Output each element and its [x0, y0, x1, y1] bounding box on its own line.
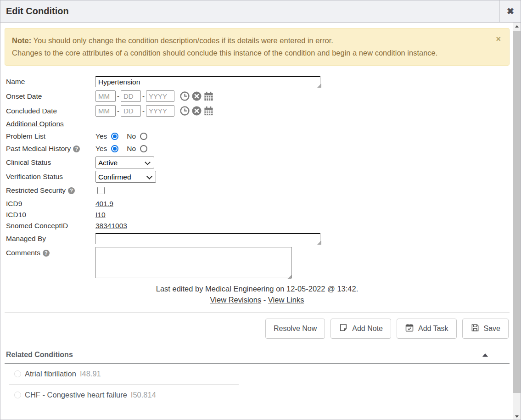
icd10-label: ICD10	[6, 211, 95, 219]
managed-by-label: Managed By	[6, 235, 95, 243]
pmh-yes-label: Yes	[95, 145, 107, 153]
condition-radio-icon[interactable]	[14, 392, 21, 398]
pmh-no-label: No	[127, 145, 136, 153]
scrollbar-thumb[interactable]	[513, 31, 521, 393]
arrow-down-icon	[515, 415, 519, 418]
related-conditions-title: Related Conditions	[6, 351, 73, 359]
related-condition-item[interactable]: Atrial fibrillation I48.91	[5, 364, 510, 384]
icd10-row: ICD10 I10	[6, 211, 510, 219]
past-medical-history-label: Past Medical History	[6, 145, 71, 153]
condition-radio-icon[interactable]	[14, 370, 21, 377]
concluded-date-row: Concluded Date - -	[6, 105, 510, 117]
page-title: Edit Condition	[0, 6, 499, 17]
onset-year-input[interactable]	[146, 90, 174, 102]
related-conditions-header[interactable]: Related Conditions	[5, 351, 510, 359]
help-icon[interactable]: ?	[68, 187, 75, 194]
close-button[interactable]: ✖	[499, 0, 521, 22]
resize-grip-icon[interactable]	[317, 241, 321, 245]
snomed-code-link[interactable]: 38341003	[95, 222, 127, 230]
close-icon: ✖	[507, 6, 514, 17]
help-icon[interactable]: ?	[73, 146, 80, 152]
calendar-icon[interactable]	[203, 106, 214, 116]
additional-options-row: Additional Options	[6, 120, 510, 128]
pmh-no-radio[interactable]	[140, 145, 147, 152]
arrow-up-icon	[515, 25, 519, 28]
name-input[interactable]	[95, 76, 320, 87]
scroll-down-button[interactable]	[513, 413, 521, 420]
problem-list-row: Problem List Yes No	[6, 132, 510, 140]
task-calendar-icon	[405, 323, 414, 334]
verification-status-select[interactable]: Confirmed	[95, 171, 156, 183]
restricted-security-row: Restricted Security ?	[6, 186, 510, 195]
related-conditions-section: Related Conditions Atrial fibrillation I…	[5, 351, 510, 405]
action-buttons-row: Resolve Now Add Note Add Task Save	[5, 319, 510, 339]
concluded-day-input[interactable]	[121, 105, 141, 117]
comments-row: Comments ?	[6, 247, 510, 280]
snomed-label: Snomed ConceptID	[6, 222, 95, 230]
clear-date-icon[interactable]	[191, 91, 202, 101]
date-separator: -	[117, 92, 119, 100]
date-separator: -	[142, 92, 145, 100]
problem-list-yes-label: Yes	[95, 132, 107, 140]
view-revisions-link[interactable]: View Revisions	[210, 296, 262, 304]
date-separator: -	[142, 107, 145, 115]
save-icon	[471, 323, 480, 334]
scroll-up-button[interactable]	[513, 22, 521, 30]
concluded-month-input[interactable]	[95, 105, 116, 117]
pmh-yes-radio[interactable]	[111, 145, 118, 152]
snomed-row: Snomed ConceptID 38341003	[6, 222, 510, 230]
note-prefix: Note:	[12, 36, 31, 45]
onset-day-input[interactable]	[121, 90, 141, 102]
edit-condition-form: Name Onset Date - -	[5, 76, 510, 280]
related-condition-item[interactable]: CHF - Congestive heart failure I50.814	[5, 385, 510, 405]
date-separator: -	[117, 107, 119, 115]
resolve-now-button[interactable]: Resolve Now	[265, 319, 325, 339]
icd9-row: ICD9 401.9	[6, 200, 510, 208]
section-divider	[5, 312, 510, 313]
note-dismiss-icon[interactable]: ×	[496, 36, 501, 42]
icd9-code-link[interactable]: 401.9	[95, 200, 113, 208]
managed-by-input[interactable]	[95, 233, 320, 244]
help-icon[interactable]: ?	[43, 250, 50, 257]
resize-grip-icon[interactable]	[287, 275, 291, 279]
view-links-link[interactable]: View Links	[268, 296, 304, 304]
link-separator: -	[263, 296, 266, 304]
problem-list-no-radio[interactable]	[140, 133, 147, 140]
add-task-button[interactable]: Add Task	[397, 319, 457, 339]
note-banner: Note: You should only change the conditi…	[5, 28, 510, 66]
collapse-caret-icon[interactable]	[482, 353, 488, 357]
clinical-status-select[interactable]: Active	[95, 157, 154, 168]
note-line1: Note: You should only change the conditi…	[12, 34, 489, 47]
concluded-year-input[interactable]	[146, 105, 174, 117]
clock-icon[interactable]	[179, 106, 190, 116]
verification-status-row: Verification Status Confirmed	[6, 171, 510, 183]
clinical-status-row: Clinical Status Active	[6, 157, 510, 168]
clinical-status-label: Clinical Status	[6, 158, 95, 167]
problem-list-yes-radio[interactable]	[111, 133, 118, 140]
save-button[interactable]: Save	[462, 319, 509, 339]
view-links-row: View Revisions - View Links	[5, 296, 510, 304]
clear-date-icon[interactable]	[191, 106, 202, 116]
restricted-security-label: Restricted Security	[6, 186, 66, 195]
note-line2: Changes to the core attributes of a cond…	[12, 47, 453, 59]
onset-date-label: Onset Date	[6, 92, 95, 101]
onset-date-row: Onset Date - -	[6, 90, 510, 102]
past-medical-history-row: Past Medical History ? Yes No	[6, 145, 510, 153]
additional-options-link[interactable]: Additional Options	[6, 120, 64, 128]
add-note-button[interactable]: Add Note	[331, 319, 391, 339]
problem-list-label: Problem List	[6, 132, 95, 140]
clock-icon[interactable]	[179, 91, 190, 101]
clinical-status-select-wrap: Active	[95, 157, 154, 168]
restricted-security-checkbox[interactable]	[97, 187, 105, 194]
icd10-code-link[interactable]: I10	[95, 211, 106, 219]
dialog-header: Edit Condition ✖	[0, 0, 521, 22]
comments-textarea[interactable]	[95, 247, 292, 278]
last-edited-text: Last edited by Medical Engineering on 12…	[5, 285, 510, 293]
verification-status-select-wrap: Confirmed	[95, 171, 156, 183]
resize-grip-icon[interactable]	[317, 84, 321, 88]
name-label: Name	[6, 78, 95, 86]
note-icon	[339, 323, 348, 334]
calendar-icon[interactable]	[203, 91, 214, 101]
onset-month-input[interactable]	[95, 90, 116, 102]
vertical-scrollbar[interactable]	[513, 22, 521, 420]
